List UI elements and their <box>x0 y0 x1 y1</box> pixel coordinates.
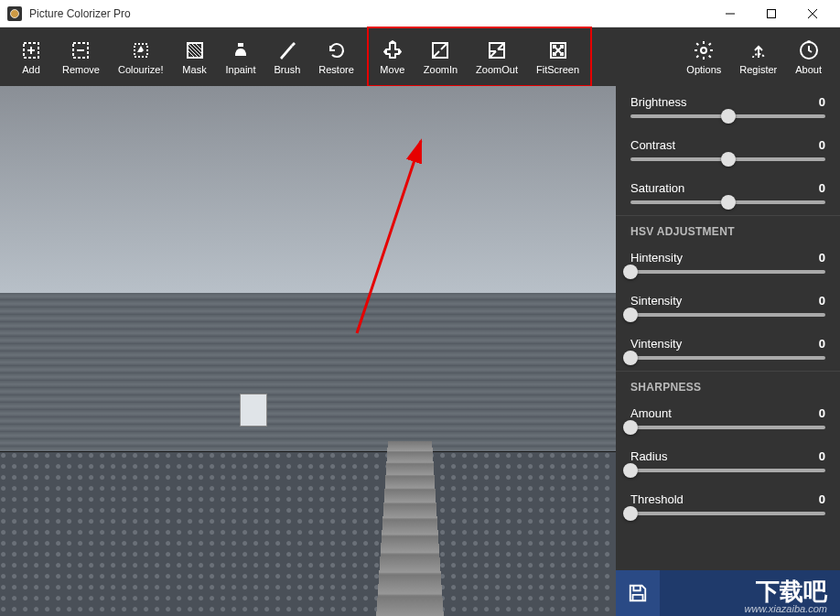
move-icon <box>381 38 404 62</box>
slider-label: Saturation <box>630 181 684 195</box>
tool-label: ZoomOut <box>476 64 518 75</box>
zoomout-button[interactable]: ZoomOut <box>467 30 527 83</box>
saturation-slider-group: Saturation0 <box>616 172 840 215</box>
slider-value: 0 <box>819 449 825 463</box>
svg-line-14 <box>441 43 447 49</box>
tool-label: About <box>795 64 822 75</box>
add-button[interactable]: Add <box>9 30 53 83</box>
brush-icon <box>275 38 299 62</box>
slider-value: 0 <box>819 251 825 265</box>
slider-value: 0 <box>819 406 825 420</box>
app-icon <box>7 6 22 21</box>
slider-thumb[interactable] <box>623 420 638 435</box>
slider-value: 0 <box>819 138 825 152</box>
titlebar: Picture Colorizer Pro <box>0 0 840 27</box>
colourize-button[interactable]: Colourize! <box>109 30 173 83</box>
colourize-icon <box>129 38 153 62</box>
vintensity-slider[interactable] <box>630 356 825 360</box>
slider-label: Contrast <box>630 138 675 152</box>
about-button[interactable]: About <box>786 30 831 83</box>
adjustments-panel: Brightness0Contrast0Saturation0HSV ADJUS… <box>616 86 840 616</box>
radius-slider-group: Radius0 <box>616 440 840 483</box>
move-button[interactable]: Move <box>371 30 415 83</box>
hintensity-slider-group: Hintensity0 <box>616 242 840 285</box>
section-header: SHARPNESS <box>616 371 840 397</box>
tool-label: ZoomIn <box>424 64 458 75</box>
threshold-slider-group: Threshold0 <box>616 483 840 526</box>
canvas-area[interactable] <box>0 86 616 616</box>
slider-thumb[interactable] <box>721 152 736 167</box>
mask-button[interactable]: Mask <box>173 30 217 83</box>
maximize-button[interactable] <box>750 0 792 27</box>
tool-label: Register <box>739 64 777 75</box>
register-icon <box>747 38 770 62</box>
app-title: Picture Colorizer Pro <box>29 7 131 20</box>
slider-label: Hintensity <box>630 251 683 265</box>
watermark: 下载吧 www.xiazaiba.com <box>745 579 827 614</box>
slider-label: Sintensity <box>630 294 682 308</box>
watermark-text: 下载吧 <box>745 579 827 603</box>
tool-label: Mask <box>182 64 206 75</box>
remove-button[interactable]: Remove <box>53 30 109 83</box>
register-button[interactable]: Register <box>730 30 786 83</box>
minimize-button[interactable] <box>709 0 750 27</box>
threshold-slider[interactable] <box>630 512 825 515</box>
zoomout-icon <box>485 38 509 62</box>
brightness-slider[interactable] <box>630 114 825 118</box>
main-toolbar: AddRemoveColourize!MaskInpaintBrushResto… <box>0 27 840 86</box>
svg-rect-12 <box>238 43 243 47</box>
slider-value: 0 <box>819 492 825 506</box>
slider-thumb[interactable] <box>721 195 736 210</box>
slider-thumb[interactable] <box>623 351 638 365</box>
tool-label: Restore <box>318 64 354 75</box>
inpaint-icon <box>229 38 253 62</box>
save-button[interactable] <box>616 570 660 616</box>
contrast-slider[interactable] <box>630 157 825 161</box>
tool-label: Options <box>686 64 721 75</box>
add-icon <box>19 38 43 62</box>
tool-label: Move <box>380 64 404 75</box>
zoomin-button[interactable]: ZoomIn <box>415 30 467 83</box>
sintensity-slider[interactable] <box>630 313 825 317</box>
fitscreen-icon <box>546 38 570 62</box>
amount-slider[interactable] <box>630 426 825 429</box>
restore-button[interactable]: Restore <box>309 30 363 83</box>
amount-slider-group: Amount0 <box>616 397 840 440</box>
slider-label: Brightness <box>630 95 686 109</box>
brush-button[interactable]: Brush <box>265 30 310 83</box>
slider-value: 0 <box>819 181 825 195</box>
slider-thumb[interactable] <box>721 109 736 124</box>
slider-thumb[interactable] <box>623 506 638 521</box>
radius-slider[interactable] <box>630 469 825 472</box>
contrast-slider-group: Contrast0 <box>616 129 840 172</box>
about-icon <box>797 38 821 62</box>
saturation-slider[interactable] <box>630 200 825 204</box>
slider-label: Radius <box>630 449 667 463</box>
sintensity-slider-group: Sintensity0 <box>616 285 840 328</box>
fitscreen-button[interactable]: FitScreen <box>527 30 588 83</box>
slider-label: Amount <box>630 406 672 420</box>
save-icon <box>628 583 648 603</box>
svg-line-18 <box>490 51 496 58</box>
options-button[interactable]: Options <box>677 30 730 83</box>
remove-icon <box>69 38 92 62</box>
slider-thumb[interactable] <box>623 265 638 279</box>
restore-icon <box>325 38 349 62</box>
vintensity-slider-group: Vintensity0 <box>616 328 840 371</box>
watermark-url: www.xiazaiba.com <box>745 603 827 614</box>
svg-point-0 <box>11 9 19 17</box>
zoomin-icon <box>428 38 452 62</box>
slider-thumb[interactable] <box>623 308 638 322</box>
close-button[interactable] <box>792 0 833 27</box>
inpaint-button[interactable]: Inpaint <box>217 30 265 83</box>
slider-value: 0 <box>819 337 825 351</box>
hintensity-slider[interactable] <box>630 270 825 274</box>
mask-icon <box>183 38 207 62</box>
highlighted-tool-group: MoveZoomInZoomOutFitScreen <box>367 27 592 87</box>
window-controls <box>709 0 833 27</box>
image-preview <box>0 86 616 616</box>
slider-thumb[interactable] <box>623 463 638 478</box>
svg-point-22 <box>701 48 706 53</box>
slider-value: 0 <box>819 95 825 109</box>
tool-label: Add <box>22 64 40 75</box>
